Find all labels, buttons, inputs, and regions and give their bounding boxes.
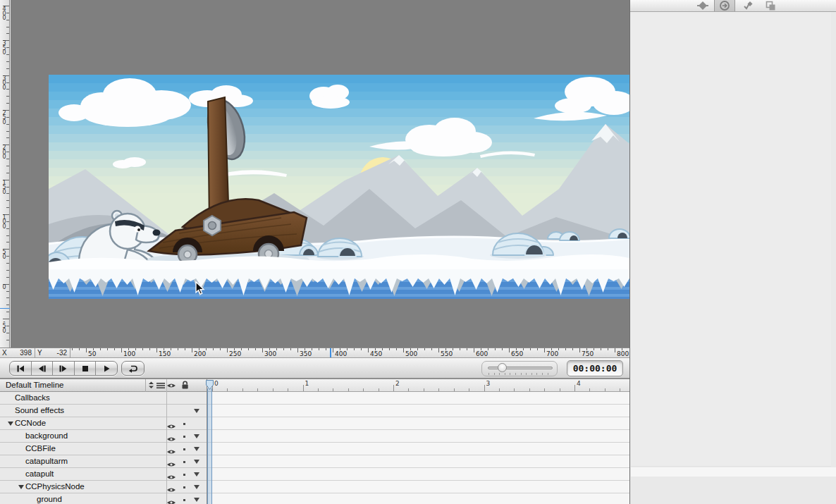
keyframe-options-icon[interactable] [194, 472, 199, 477]
timeline-row-catapult[interactable]: catapult [0, 468, 207, 481]
timeline-ruler-tick [257, 388, 258, 391]
scene [49, 75, 629, 299]
play-button[interactable] [96, 362, 117, 375]
h-ruler-tick [368, 348, 369, 352]
visibility-column-eye-icon[interactable] [166, 382, 176, 389]
v-ruler-label: 350 [1, 42, 8, 56]
timeline-ruler-tick [574, 385, 575, 391]
timeline-ruler-tick [273, 388, 273, 391]
timeline-ruler-label: 4 [577, 380, 581, 387]
timeline-zoom-slider[interactable] [481, 361, 558, 376]
h-ruler-tick [114, 348, 115, 350]
timeline-selector[interactable]: Default Timeline [0, 379, 207, 392]
h-ruler-tick [565, 348, 566, 350]
header-divider [145, 379, 146, 392]
visibility-eye-icon[interactable] [166, 496, 176, 504]
h-ruler-label: 700 [546, 350, 558, 357]
physics-pin-icon [742, 0, 754, 11]
timeline-row-ccphysicsnode[interactable]: CCPhysicsNode [0, 481, 207, 493]
slider-thumb[interactable] [498, 363, 507, 372]
v-ruler-label: 150 [1, 181, 8, 195]
h-ruler-tick [474, 348, 474, 352]
timeline-row-ccnode[interactable]: CCNode [0, 417, 207, 430]
keyframe-options-icon[interactable] [194, 447, 199, 451]
timeline-ruler-tick [227, 388, 228, 391]
tab-item-properties[interactable] [694, 0, 712, 11]
h-ruler-tick [107, 348, 108, 350]
playhead-line[interactable] [207, 388, 212, 504]
tab-physics[interactable] [739, 0, 757, 11]
transport-bar: 00:00:00 [0, 358, 629, 379]
timeline-grid[interactable] [207, 392, 629, 504]
keyframe-dot[interactable] [183, 461, 185, 463]
timeline-ruler[interactable]: 01234 [207, 379, 629, 392]
x-value: 398 [20, 348, 32, 357]
keyframe-options-icon[interactable] [194, 498, 199, 502]
v-ruler-tick [6, 297, 9, 298]
timeline-row-catapultarm[interactable]: catapultarm [0, 455, 207, 468]
disclosure-triangle-icon[interactable] [8, 422, 13, 426]
h-ruler-tick [467, 348, 467, 350]
vertical-ruler: 400350300250200150100500-50 [0, 0, 10, 348]
timeline-ruler-tick [605, 388, 606, 391]
v-ruler-label: 200 [1, 146, 8, 160]
timeline-row-ccbfile[interactable]: CCBFile [0, 443, 207, 455]
keyframe-options-icon[interactable] [194, 434, 199, 438]
timeline-row-label: Callbacks [15, 392, 50, 403]
h-ruler-label: 800 [617, 350, 629, 357]
h-ruler-tick [121, 348, 122, 352]
timecode-display: 00:00:00 [567, 360, 623, 376]
timeline-ruler-tick [620, 388, 620, 391]
keyframe-dot[interactable] [183, 474, 185, 476]
keyframe-dot[interactable] [183, 423, 185, 425]
v-ruler-label: 400 [1, 7, 8, 21]
v-ruler-tick [6, 340, 9, 340]
timeline-row-sound-effects[interactable]: Sound effects [0, 405, 207, 417]
canvas[interactable] [49, 75, 629, 299]
slider-tick [488, 373, 489, 375]
timeline-row-callbacks[interactable]: Callbacks [0, 392, 207, 405]
stop-button[interactable] [75, 362, 97, 375]
keyframe-dot[interactable] [183, 436, 185, 438]
jump-to-start-button[interactable] [10, 362, 32, 375]
keyframe-options-icon[interactable] [194, 485, 199, 489]
h-ruler-tick [262, 348, 263, 352]
timeline-row-label: Sound effects [15, 405, 64, 416]
playhead-handle[interactable] [206, 380, 214, 390]
h-ruler-label: 200 [194, 350, 206, 357]
inspector-panel [629, 0, 836, 504]
h-ruler-tick [142, 348, 143, 350]
ruler-mouse-x-marker [330, 348, 331, 357]
timeline-ruler-tick [318, 388, 319, 391]
slider-tick [510, 373, 510, 375]
step-back-button[interactable] [32, 362, 54, 375]
row-options-icon[interactable] [156, 382, 165, 389]
lock-icon[interactable] [181, 381, 189, 390]
keyframe-options-icon[interactable] [194, 409, 199, 413]
h-ruler-tick [579, 348, 580, 352]
v-ruler-tick [6, 61, 9, 62]
keyframe-dot[interactable] [183, 486, 185, 488]
jump-to-start-icon [16, 364, 25, 374]
timeline-row-background[interactable]: background [0, 430, 207, 443]
h-ruler-tick [283, 348, 284, 350]
keyframe-options-icon[interactable] [194, 460, 199, 464]
step-forward-button[interactable] [53, 362, 75, 375]
stage-area[interactable] [11, 0, 629, 348]
v-ruler-tick [6, 33, 9, 34]
h-ruler-tick [495, 348, 496, 350]
disclosure-triangle-icon[interactable] [18, 485, 24, 489]
keyframe-dot[interactable] [183, 499, 185, 501]
h-ruler-label: 400 [335, 350, 347, 357]
ground-water[interactable] [49, 254, 629, 299]
v-ruler-tick [6, 200, 9, 201]
tab-code-connections[interactable] [714, 0, 735, 11]
h-ruler-tick [213, 348, 214, 350]
tab-templates[interactable] [761, 0, 780, 11]
v-ruler-tick [6, 137, 9, 138]
timeline-ruler-tick [438, 388, 439, 391]
timeline-row-ground[interactable]: ground [0, 493, 207, 504]
loop-button[interactable] [121, 361, 145, 376]
keyframe-dot[interactable] [183, 448, 185, 450]
sort-rows-icon[interactable] [148, 381, 154, 389]
